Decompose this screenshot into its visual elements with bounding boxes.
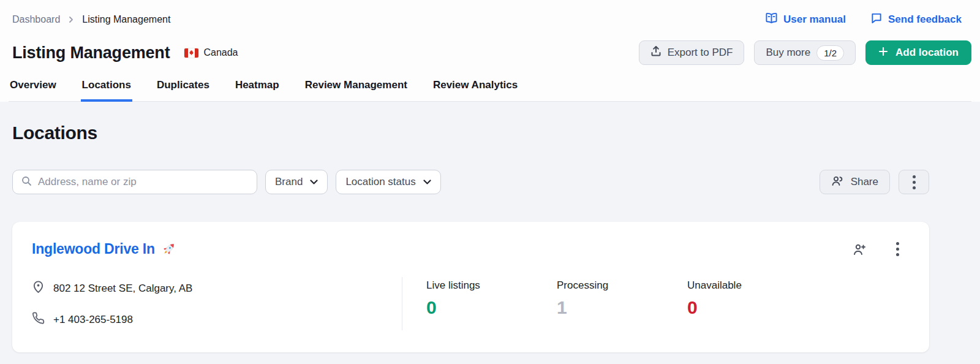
- address-text: 802 12 Street SE, Calgary, AB: [53, 282, 192, 295]
- location-name-link[interactable]: Inglewood Drive In: [32, 241, 155, 257]
- page-header: Dashboard Listing Management User manual: [0, 0, 980, 102]
- share-label: Share: [851, 176, 878, 188]
- tab-heatmap[interactable]: Heatmap: [234, 77, 281, 102]
- breadcrumb-dashboard[interactable]: Dashboard: [12, 14, 60, 25]
- phone-row: +1 403-265-5198: [32, 312, 402, 328]
- export-to-pdf-label: Export to PDF: [668, 47, 733, 59]
- rocket-emoji: [161, 241, 177, 257]
- location-status-label: Location status: [345, 176, 415, 188]
- user-manual-label: User manual: [783, 13, 846, 26]
- stat-label: Unavailable: [687, 279, 818, 292]
- country-label: Canada: [203, 47, 238, 58]
- stat-value: 1: [557, 297, 687, 318]
- tab-bar: Overview Locations Duplicates Heatmap Re…: [9, 77, 971, 102]
- filter-row: Brand Location status: [12, 170, 929, 194]
- page-title: Listing Management: [12, 44, 170, 63]
- search-input[interactable]: [38, 176, 248, 188]
- card-kebab-icon[interactable]: [886, 238, 908, 260]
- phone-icon: [32, 312, 45, 328]
- chevron-right-icon: [67, 16, 75, 23]
- send-feedback-label: Send feedback: [888, 13, 962, 26]
- brand-filter-dropdown[interactable]: Brand: [265, 170, 328, 194]
- stat-value: 0: [426, 297, 557, 318]
- person-add-icon[interactable]: [848, 238, 870, 260]
- plus-icon: [878, 47, 888, 59]
- book-icon: [765, 12, 778, 27]
- stat-value: 0: [687, 297, 818, 318]
- phone-text: +1 403-265-5198: [53, 314, 133, 326]
- export-to-pdf-button[interactable]: Export to PDF: [639, 40, 745, 65]
- stat-label: Live listings: [426, 279, 557, 292]
- share-button[interactable]: Share: [820, 170, 890, 194]
- contact-info: 802 12 Street SE, Calgary, AB +1 403-265…: [32, 279, 402, 328]
- location-card: Inglewood Drive In: [12, 222, 929, 352]
- breadcrumb: Dashboard Listing Management: [12, 14, 170, 25]
- divider: [402, 277, 402, 330]
- chevron-down-icon: [423, 176, 431, 188]
- content-area: Locations Brand Location status: [0, 102, 980, 364]
- location-search: [12, 170, 257, 194]
- buy-more-label: Buy more: [766, 47, 810, 59]
- more-actions-button[interactable]: [899, 170, 929, 194]
- kebab-icon: [896, 242, 899, 256]
- export-icon: [650, 45, 662, 60]
- user-manual-link[interactable]: User manual: [765, 12, 846, 27]
- brand-filter-label: Brand: [275, 176, 303, 188]
- search-icon: [21, 176, 32, 189]
- buy-more-button[interactable]: Buy more 1/2: [754, 40, 856, 65]
- stat-label: Processing: [557, 279, 687, 292]
- listing-stats: Live listings 0 Processing 1 Unavailable…: [426, 279, 818, 328]
- tab-overview[interactable]: Overview: [9, 77, 58, 102]
- canada-flag-icon: [184, 48, 198, 58]
- send-feedback-link[interactable]: Send feedback: [870, 12, 962, 27]
- add-location-button[interactable]: Add location: [865, 40, 971, 65]
- tab-review-management[interactable]: Review Management: [304, 77, 409, 102]
- stat-live-listings: Live listings 0: [426, 279, 557, 328]
- tab-duplicates[interactable]: Duplicates: [156, 77, 211, 102]
- location-pin-icon: [32, 279, 45, 297]
- speech-bubble-icon: [870, 12, 883, 27]
- quota-badge: 1/2: [816, 45, 844, 61]
- kebab-icon: [913, 175, 916, 189]
- address-row: 802 12 Street SE, Calgary, AB: [32, 279, 402, 297]
- breadcrumb-current: Listing Management: [82, 14, 170, 25]
- locations-heading: Locations: [12, 123, 929, 143]
- stat-processing: Processing 1: [557, 279, 687, 328]
- stat-unavailable: Unavailable 0: [687, 279, 818, 328]
- share-people-icon: [831, 175, 845, 189]
- location-status-dropdown[interactable]: Location status: [336, 170, 440, 194]
- tab-locations[interactable]: Locations: [81, 77, 132, 102]
- chevron-down-icon: [310, 176, 318, 188]
- tab-review-analytics[interactable]: Review Analytics: [432, 77, 519, 102]
- add-location-label: Add location: [895, 47, 959, 59]
- country-indicator: Canada: [184, 47, 238, 58]
- listing-management-page: Dashboard Listing Management User manual: [0, 0, 980, 364]
